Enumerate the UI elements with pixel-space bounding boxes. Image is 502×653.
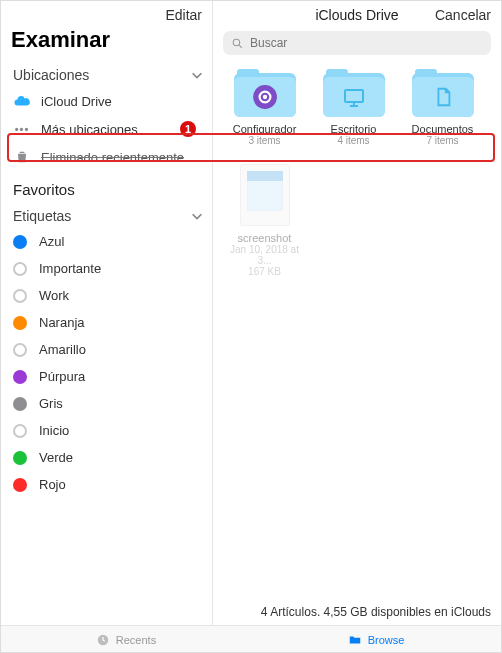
tag-dot-icon xyxy=(13,478,27,492)
sidebar-item-label: Eliminado recientemente xyxy=(41,150,184,165)
tag-item[interactable]: Inicio xyxy=(1,417,212,444)
tag-item[interactable]: Gris xyxy=(1,390,212,417)
search-icon xyxy=(231,37,244,50)
tag-item[interactable]: Verde xyxy=(1,444,212,471)
tag-dot-icon xyxy=(13,262,27,276)
tag-dot-icon xyxy=(13,235,27,249)
chevron-down-icon xyxy=(190,68,204,82)
sidebar-item-label: Más ubicaciones xyxy=(41,122,138,137)
tags-header[interactable]: Etiquetas xyxy=(1,204,212,228)
tag-dot-icon xyxy=(13,316,27,330)
sidebar-item-icloud-drive[interactable]: iCloud Drive xyxy=(1,87,212,115)
tag-label: Naranja xyxy=(39,315,85,330)
content-pane: iClouds Drive Cancelar Configurador3 ite… xyxy=(213,1,501,625)
status-text: 4 Artículos. 4,55 GB disponibles en iClo… xyxy=(213,597,501,625)
tab-label: Browse xyxy=(368,634,405,646)
folder-icon xyxy=(412,69,474,117)
search-bar[interactable] xyxy=(223,31,491,55)
cancel-button[interactable]: Cancelar xyxy=(435,7,491,23)
tag-dot-icon xyxy=(13,451,27,465)
tag-dot-icon xyxy=(13,370,27,384)
folder-icon xyxy=(323,69,385,117)
item-date: Jan 10, 2018 at 3... xyxy=(227,244,302,266)
tag-item[interactable]: Púrpura xyxy=(1,363,212,390)
tag-label: Verde xyxy=(39,450,73,465)
favorites-header[interactable]: Favoritos xyxy=(1,171,212,204)
tag-item[interactable]: Work xyxy=(1,282,212,309)
tag-item[interactable]: Naranja xyxy=(1,309,212,336)
more-icon: ••• xyxy=(13,120,31,138)
sidebar-item-label: iCloud Drive xyxy=(41,94,112,109)
tag-item[interactable]: Amarillo xyxy=(1,336,212,363)
item-meta: 3 items xyxy=(227,135,302,146)
svg-point-3 xyxy=(262,95,266,99)
svg-rect-4 xyxy=(345,90,363,102)
folder-item[interactable]: Documentos7 items xyxy=(405,69,480,146)
sidebar-item-recently-deleted[interactable]: Eliminado recientemente xyxy=(1,143,212,171)
tag-label: Work xyxy=(39,288,69,303)
cloud-icon xyxy=(13,92,31,110)
trash-icon xyxy=(13,148,31,166)
tag-label: Gris xyxy=(39,396,63,411)
chevron-down-icon xyxy=(190,209,204,223)
item-name: Configurador xyxy=(227,123,302,135)
tab-recents[interactable]: Recents xyxy=(1,626,251,653)
item-meta: 7 items xyxy=(405,135,480,146)
notification-badge: 1 xyxy=(180,121,196,137)
item-name: Escritorio xyxy=(316,123,391,135)
folder-icon xyxy=(348,633,362,647)
locations-label: Ubicaciones xyxy=(13,67,89,83)
tag-dot-icon xyxy=(13,289,27,303)
sidebar-item-more-locations[interactable]: ••• Más ubicaciones 1 xyxy=(1,115,212,143)
tag-label: Púrpura xyxy=(39,369,85,384)
svg-point-0 xyxy=(233,39,240,46)
tab-label: Recents xyxy=(116,634,156,646)
tag-dot-icon xyxy=(13,424,27,438)
tag-label: Inicio xyxy=(39,423,69,438)
edit-button[interactable]: Editar xyxy=(165,7,202,23)
tab-browse[interactable]: Browse xyxy=(251,626,501,653)
file-item[interactable]: screenshotJan 10, 2018 at 3...167 KB xyxy=(227,160,302,277)
search-input[interactable] xyxy=(250,36,483,50)
tags-label: Etiquetas xyxy=(13,208,71,224)
tag-item[interactable]: Importante xyxy=(1,255,212,282)
clock-icon xyxy=(96,633,110,647)
item-meta: 4 items xyxy=(316,135,391,146)
sidebar: Editar Examinar Ubicaciones iCloud Drive… xyxy=(1,1,213,625)
tag-item[interactable]: Rojo xyxy=(1,471,212,498)
item-size: 167 KB xyxy=(227,266,302,277)
folder-icon xyxy=(234,69,296,117)
tag-label: Amarillo xyxy=(39,342,86,357)
item-name: Documentos xyxy=(405,123,480,135)
folder-item[interactable]: Escritorio4 items xyxy=(316,69,391,146)
item-name: screenshot xyxy=(227,232,302,244)
tag-item[interactable]: Azul xyxy=(1,228,212,255)
tag-label: Azul xyxy=(39,234,64,249)
tag-dot-icon xyxy=(13,397,27,411)
tag-dot-icon xyxy=(13,343,27,357)
folder-item[interactable]: Configurador3 items xyxy=(227,69,302,146)
browse-title: Examinar xyxy=(1,27,212,63)
tag-label: Rojo xyxy=(39,477,66,492)
tab-bar: Recents Browse xyxy=(1,625,501,653)
tag-label: Importante xyxy=(39,261,101,276)
file-thumbnail xyxy=(240,164,290,226)
locations-header[interactable]: Ubicaciones xyxy=(1,63,212,87)
